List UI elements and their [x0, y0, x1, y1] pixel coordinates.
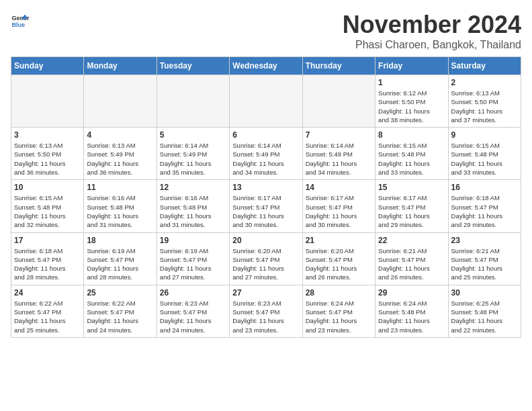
cell-info: Sunrise: 6:16 AM Sunset: 5:48 PM Dayligh…	[160, 193, 226, 229]
calendar-cell: 10Sunrise: 6:15 AM Sunset: 5:48 PM Dayli…	[11, 180, 84, 232]
cell-info: Sunrise: 6:13 AM Sunset: 5:50 PM Dayligh…	[451, 89, 518, 124]
day-number: 25	[87, 288, 153, 298]
calendar-cell: 27Sunrise: 6:23 AM Sunset: 5:47 PM Dayli…	[230, 285, 302, 337]
day-number: 20	[232, 236, 299, 245]
day-number: 17	[14, 236, 81, 245]
day-number: 19	[160, 236, 226, 245]
cell-info: Sunrise: 6:19 AM Sunset: 5:47 PM Dayligh…	[160, 246, 226, 282]
day-number: 7	[306, 130, 372, 140]
day-number: 4	[87, 130, 153, 140]
calendar-cell: 26Sunrise: 6:23 AM Sunset: 5:47 PM Dayli…	[157, 285, 229, 337]
svg-text:Blue: Blue	[11, 21, 25, 28]
day-number: 3	[14, 130, 81, 140]
day-number: 22	[378, 236, 445, 245]
cell-info: Sunrise: 6:24 AM Sunset: 5:47 PM Dayligh…	[306, 299, 372, 334]
calendar-cell: 14Sunrise: 6:17 AM Sunset: 5:47 PM Dayli…	[302, 180, 375, 232]
day-number: 21	[306, 236, 372, 245]
day-number: 14	[306, 183, 372, 192]
cell-info: Sunrise: 6:23 AM Sunset: 5:47 PM Dayligh…	[160, 299, 226, 334]
day-number: 2	[451, 78, 518, 87]
calendar-cell: 20Sunrise: 6:20 AM Sunset: 5:47 PM Dayli…	[230, 232, 302, 285]
calendar-cell: 9Sunrise: 6:15 AM Sunset: 5:48 PM Daylig…	[448, 128, 521, 180]
cell-info: Sunrise: 6:15 AM Sunset: 5:48 PM Dayligh…	[14, 193, 81, 229]
calendar-cell: 25Sunrise: 6:22 AM Sunset: 5:47 PM Dayli…	[84, 285, 157, 337]
calendar-table: SundayMondayTuesdayWednesdayThursdayFrid…	[11, 56, 521, 338]
calendar-cell: 29Sunrise: 6:24 AM Sunset: 5:48 PM Dayli…	[375, 285, 448, 337]
calendar-cell: 21Sunrise: 6:20 AM Sunset: 5:47 PM Dayli…	[302, 232, 375, 285]
cell-info: Sunrise: 6:15 AM Sunset: 5:48 PM Dayligh…	[378, 141, 445, 177]
day-number: 28	[306, 288, 372, 298]
calendar-cell: 13Sunrise: 6:17 AM Sunset: 5:47 PM Dayli…	[230, 180, 302, 232]
weekday-header-thursday: Thursday	[302, 57, 375, 75]
calendar-cell: 17Sunrise: 6:18 AM Sunset: 5:47 PM Dayli…	[11, 232, 84, 285]
calendar-cell: 16Sunrise: 6:18 AM Sunset: 5:47 PM Dayli…	[448, 180, 521, 232]
day-number: 10	[14, 183, 81, 192]
cell-info: Sunrise: 6:25 AM Sunset: 5:48 PM Dayligh…	[451, 299, 518, 334]
calendar-cell: 30Sunrise: 6:25 AM Sunset: 5:48 PM Dayli…	[448, 285, 521, 337]
weekday-header-friday: Friday	[375, 57, 448, 75]
cell-info: Sunrise: 6:23 AM Sunset: 5:47 PM Dayligh…	[232, 299, 299, 334]
day-number: 5	[160, 130, 226, 140]
day-number: 13	[232, 183, 299, 192]
day-number: 27	[232, 288, 299, 298]
calendar-cell: 2Sunrise: 6:13 AM Sunset: 5:50 PM Daylig…	[448, 75, 521, 128]
cell-info: Sunrise: 6:13 AM Sunset: 5:50 PM Dayligh…	[14, 141, 81, 177]
cell-info: Sunrise: 6:22 AM Sunset: 5:47 PM Dayligh…	[87, 299, 153, 334]
calendar-cell: 12Sunrise: 6:16 AM Sunset: 5:48 PM Dayli…	[157, 180, 229, 232]
cell-info: Sunrise: 6:20 AM Sunset: 5:47 PM Dayligh…	[232, 246, 299, 282]
weekday-header-sunday: Sunday	[11, 57, 84, 75]
cell-info: Sunrise: 6:17 AM Sunset: 5:47 PM Dayligh…	[306, 193, 372, 229]
calendar-cell: 22Sunrise: 6:21 AM Sunset: 5:47 PM Dayli…	[375, 232, 448, 285]
cell-info: Sunrise: 6:21 AM Sunset: 5:47 PM Dayligh…	[451, 246, 518, 282]
day-number: 9	[451, 130, 518, 140]
location-subtitle: Phasi Charoen, Bangkok, Thailand	[343, 39, 521, 51]
day-number: 18	[87, 236, 153, 245]
cell-info: Sunrise: 6:16 AM Sunset: 5:48 PM Dayligh…	[87, 193, 153, 229]
day-number: 16	[451, 183, 518, 192]
weekday-header-tuesday: Tuesday	[157, 57, 229, 75]
cell-info: Sunrise: 6:19 AM Sunset: 5:47 PM Dayligh…	[87, 246, 153, 282]
calendar-cell	[157, 75, 229, 128]
cell-info: Sunrise: 6:13 AM Sunset: 5:49 PM Dayligh…	[87, 141, 153, 177]
cell-info: Sunrise: 6:18 AM Sunset: 5:47 PM Dayligh…	[451, 193, 518, 229]
calendar-cell: 3Sunrise: 6:13 AM Sunset: 5:50 PM Daylig…	[11, 128, 84, 180]
cell-info: Sunrise: 6:14 AM Sunset: 5:49 PM Dayligh…	[232, 141, 299, 177]
day-number: 29	[378, 288, 445, 298]
day-number: 8	[378, 130, 445, 140]
cell-info: Sunrise: 6:15 AM Sunset: 5:48 PM Dayligh…	[451, 141, 518, 177]
day-number: 24	[14, 288, 81, 298]
month-title: November 2024	[343, 11, 521, 39]
calendar-cell: 28Sunrise: 6:24 AM Sunset: 5:47 PM Dayli…	[302, 285, 375, 337]
calendar-cell: 5Sunrise: 6:14 AM Sunset: 5:49 PM Daylig…	[157, 128, 229, 180]
calendar-cell: 15Sunrise: 6:17 AM Sunset: 5:47 PM Dayli…	[375, 180, 448, 232]
calendar-cell: 8Sunrise: 6:15 AM Sunset: 5:48 PM Daylig…	[375, 128, 448, 180]
cell-info: Sunrise: 6:17 AM Sunset: 5:47 PM Dayligh…	[378, 193, 445, 229]
logo: General Blue	[11, 11, 30, 30]
calendar-cell: 18Sunrise: 6:19 AM Sunset: 5:47 PM Dayli…	[84, 232, 157, 285]
calendar-cell: 11Sunrise: 6:16 AM Sunset: 5:48 PM Dayli…	[84, 180, 157, 232]
calendar-cell: 1Sunrise: 6:12 AM Sunset: 5:50 PM Daylig…	[375, 75, 448, 128]
cell-info: Sunrise: 6:22 AM Sunset: 5:47 PM Dayligh…	[14, 299, 81, 334]
calendar-cell: 23Sunrise: 6:21 AM Sunset: 5:47 PM Dayli…	[448, 232, 521, 285]
calendar-cell: 6Sunrise: 6:14 AM Sunset: 5:49 PM Daylig…	[230, 128, 302, 180]
day-number: 26	[160, 288, 226, 298]
day-number: 6	[232, 130, 299, 140]
day-number: 11	[87, 183, 153, 192]
day-number: 1	[378, 78, 445, 87]
cell-info: Sunrise: 6:14 AM Sunset: 5:49 PM Dayligh…	[306, 141, 372, 177]
cell-info: Sunrise: 6:24 AM Sunset: 5:48 PM Dayligh…	[378, 299, 445, 334]
weekday-header-monday: Monday	[84, 57, 157, 75]
cell-info: Sunrise: 6:14 AM Sunset: 5:49 PM Dayligh…	[160, 141, 226, 177]
day-number: 12	[160, 183, 226, 192]
calendar-cell: 7Sunrise: 6:14 AM Sunset: 5:49 PM Daylig…	[302, 128, 375, 180]
day-number: 15	[378, 183, 445, 192]
cell-info: Sunrise: 6:21 AM Sunset: 5:47 PM Dayligh…	[378, 246, 445, 282]
cell-info: Sunrise: 6:18 AM Sunset: 5:47 PM Dayligh…	[14, 246, 81, 282]
logo-icon: General Blue	[11, 11, 30, 30]
calendar-cell	[302, 75, 375, 128]
calendar-cell: 24Sunrise: 6:22 AM Sunset: 5:47 PM Dayli…	[11, 285, 84, 337]
calendar-cell: 19Sunrise: 6:19 AM Sunset: 5:47 PM Dayli…	[157, 232, 229, 285]
weekday-header-saturday: Saturday	[448, 57, 521, 75]
calendar-cell	[11, 75, 84, 128]
cell-info: Sunrise: 6:12 AM Sunset: 5:50 PM Dayligh…	[378, 89, 445, 124]
